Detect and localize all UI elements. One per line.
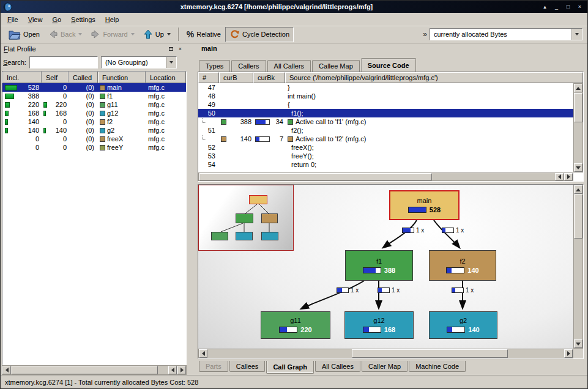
graph-vscrollbar[interactable]	[573, 185, 583, 349]
column-header-self[interactable]: Self	[42, 72, 69, 83]
flat-profile-row-main[interactable]: 528 0 (0) main mfg.c	[2, 83, 186, 92]
grouping-combo[interactable]: (No Grouping)	[101, 56, 177, 69]
flat-profile-hscrollbar[interactable]	[2, 365, 187, 375]
event-type-combo[interactable]: currently allocated Bytes	[430, 28, 582, 40]
open-button[interactable]: Open	[4, 27, 44, 42]
scrollbar-corner	[573, 349, 583, 358]
graph-node-f2[interactable]: f2 140	[429, 250, 496, 281]
scroll-up-button[interactable]	[574, 84, 582, 92]
column-header-location[interactable]: Location	[146, 72, 186, 83]
source-hscrollbar[interactable]	[198, 172, 573, 181]
source-line[interactable]: 52 freeX();	[198, 143, 573, 152]
column-header-called[interactable]: Called	[69, 72, 98, 83]
scroll-thumb[interactable]	[574, 194, 582, 239]
column-header-line[interactable]: #	[198, 72, 219, 83]
close-button[interactable]: ×	[575, 2, 585, 12]
relative-toggle-button[interactable]: % Relative	[182, 27, 225, 42]
toolbar-separator	[178, 28, 179, 41]
edge-label-f2-g2[interactable]: 1 x	[452, 287, 474, 294]
source-vscrollbar[interactable]	[573, 83, 583, 172]
flat-profile-row-f1[interactable]: 388 0 (0) f1 mfg.c	[2, 92, 186, 100]
menu-view[interactable]: View	[23, 14, 48, 25]
tab-callee-map[interactable]: Callee Map	[312, 60, 360, 72]
column-header-function[interactable]: Function	[98, 72, 146, 83]
up-arrow-icon	[143, 29, 153, 39]
minimize-button[interactable]: _	[551, 2, 562, 12]
source-line[interactable]: 48int main()	[198, 92, 573, 100]
graph-node-main[interactable]: main 528	[389, 190, 460, 220]
source-line[interactable]: 49{	[198, 100, 573, 109]
flat-profile-row-g11[interactable]: 220 220 (0) g11 mfg.c	[2, 100, 186, 109]
graph-overview-map[interactable]	[198, 185, 294, 251]
maximize-button[interactable]: □	[563, 2, 573, 12]
scroll-left-button[interactable]	[555, 173, 564, 180]
menu-help[interactable]: Help	[100, 14, 124, 25]
cycle-arrow-icon	[229, 29, 240, 39]
flat-profile-row-g12[interactable]: 168 168 (0) g12 mfg.c	[2, 109, 186, 117]
scroll-right-button[interactable]	[564, 173, 573, 180]
menu-settings[interactable]: Settings	[66, 14, 100, 25]
back-button[interactable]: Back	[44, 27, 86, 42]
function-color-icon	[221, 136, 226, 142]
graph-node-g2[interactable]: g2 140	[429, 311, 497, 339]
toolbar-overflow-chevron[interactable]: »	[420, 30, 430, 39]
edge-label-main-f1[interactable]: 1 x	[402, 227, 424, 234]
scroll-thumb[interactable]	[12, 366, 158, 374]
tab-all-callers[interactable]: All Callers	[267, 60, 311, 72]
scroll-right-button[interactable]	[564, 349, 573, 358]
flat-profile-row-f2[interactable]: 140 0 (0) f2 mfg.c	[2, 117, 186, 126]
dock-close-button[interactable]: ×	[176, 45, 185, 53]
scroll-thumb[interactable]	[352, 349, 508, 358]
scroll-right-button[interactable]	[177, 366, 186, 374]
column-header-source[interactable]: Source ('/home/philippe/valgrind/littlep…	[285, 72, 583, 83]
tab-caller-map[interactable]: Caller Map	[362, 361, 408, 372]
flat-profile-row-freeX[interactable]: 0 0 (0) freeX mfg.c	[2, 135, 186, 143]
tab-parts[interactable]: Parts	[199, 361, 228, 372]
column-header-curb[interactable]: curB	[219, 72, 253, 83]
source-line[interactable]: 51 f2();	[198, 126, 573, 135]
scroll-left-button[interactable]	[168, 366, 177, 374]
search-input[interactable]	[29, 56, 98, 69]
edge-label-f1-g11[interactable]: 1 x	[337, 287, 359, 294]
tab-callers[interactable]: Callers	[231, 60, 266, 72]
edge-label-main-f2[interactable]: 1 x	[442, 227, 464, 234]
source-call-annotation[interactable]: 140 7 Active call to 'f2' (mfg.c)	[198, 135, 573, 143]
tab-types[interactable]: Types	[199, 60, 230, 72]
column-header-incl[interactable]: Incl.	[2, 72, 42, 83]
scroll-up-button[interactable]	[574, 185, 582, 194]
flat-profile-row-g2[interactable]: 140 140 (0) g2 mfg.c	[2, 126, 186, 135]
call-graph-canvas[interactable]: main 528 f1 388 f2 140 g11 220 g12 168	[198, 185, 573, 349]
tab-call-graph[interactable]: Call Graph	[266, 361, 314, 374]
combo-dropdown-button[interactable]	[166, 57, 176, 68]
source-line[interactable]: 54 return 0;	[198, 160, 573, 169]
cycle-detection-toggle-button[interactable]: Cycle Detection	[225, 27, 294, 42]
scroll-down-button[interactable]	[574, 163, 582, 172]
graph-hscrollbar[interactable]	[198, 349, 573, 358]
scroll-down-button[interactable]	[574, 339, 582, 348]
dock-float-button[interactable]	[166, 45, 176, 53]
tab-machine-code[interactable]: Machine Code	[409, 361, 466, 372]
combo-dropdown-button[interactable]	[571, 29, 582, 40]
menu-file[interactable]: File	[2, 14, 23, 25]
source-line[interactable]: 53 freeY();	[198, 152, 573, 160]
scroll-left-button[interactable]	[2, 366, 11, 374]
tab-source-code[interactable]: Source Code	[361, 58, 416, 72]
scroll-left-button[interactable]	[199, 349, 207, 358]
menu-go[interactable]: Go	[47, 14, 66, 25]
graph-node-f1[interactable]: f1 388	[345, 250, 413, 281]
shade-button[interactable]: ▴	[540, 2, 550, 12]
forward-button[interactable]: Forward	[86, 27, 138, 42]
scroll-thumb[interactable]	[574, 93, 582, 122]
flat-profile-row-freeY[interactable]: 0 0 (0) freeY mfg.c	[2, 143, 186, 152]
tab-all-callees[interactable]: All Callees	[315, 361, 360, 372]
scroll-thumb[interactable]	[199, 173, 432, 180]
column-header-curbk[interactable]: curBk	[253, 72, 285, 83]
source-line-selected[interactable]: 50 f1();	[198, 109, 573, 117]
edge-label-f1-g12[interactable]: 1 x	[378, 287, 400, 294]
graph-node-g12[interactable]: g12 168	[344, 311, 414, 339]
up-button[interactable]: Up	[139, 27, 175, 42]
source-call-annotation[interactable]: 388 34 Active call to 'f1' (mfg.c)	[198, 117, 573, 126]
tab-callees[interactable]: Callees	[229, 361, 266, 372]
source-line[interactable]: 47}	[198, 83, 573, 92]
graph-node-g11[interactable]: g11 220	[261, 311, 330, 339]
